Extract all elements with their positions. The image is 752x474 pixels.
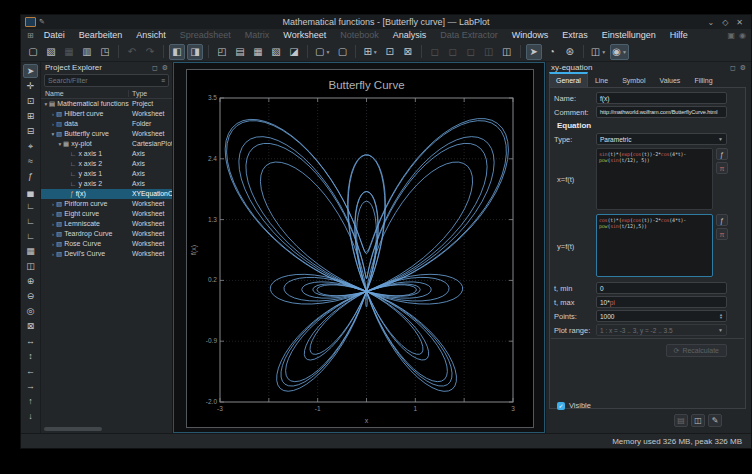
load-template-button[interactable]: ▤ xyxy=(674,414,688,427)
worksheet-grid-button[interactable]: ◫ xyxy=(499,44,515,60)
tree-row-rose-curve[interactable]: ›▧Rose CurveWorksheet xyxy=(41,239,172,249)
y-equation-textarea[interactable]: cos(t)*(exp(cos(t))-2*cos(4*t)-pow(sin(t… xyxy=(596,214,713,277)
menubar-extra-icon-2[interactable]: ◉ xyxy=(739,31,746,40)
zoom-fit-button[interactable]: ⊡ xyxy=(382,44,398,60)
zoom-select-mode-button[interactable]: ⊡ xyxy=(23,94,38,108)
functions-button[interactable]: ƒ xyxy=(716,214,728,226)
menu-spreadsheet[interactable]: Spreadsheet xyxy=(173,29,238,42)
auto-scale-button[interactable]: ⊠ xyxy=(23,319,38,333)
column-header-type[interactable]: Type xyxy=(129,90,172,97)
menu-datei[interactable]: Datei xyxy=(37,29,72,42)
tmax-field[interactable]: 10*pi xyxy=(596,296,727,308)
worksheet-page[interactable]: -3-113-2.0-0.90.21.32.43.5Butterfly Curv… xyxy=(186,69,534,428)
tab-values[interactable]: Values xyxy=(652,73,687,87)
tree-row-eight-curve[interactable]: ›▧Eight curveWorksheet xyxy=(41,209,172,219)
toggle-project-explorer-button[interactable]: ◧ xyxy=(169,44,185,60)
select-edit-mode-button[interactable]: ➤ xyxy=(23,64,38,78)
save-template-button[interactable]: ◫ xyxy=(691,414,705,427)
tree-row-teardrop-curve[interactable]: ›▧Teardrop CurveWorksheet xyxy=(41,229,172,239)
cursor-mode-button[interactable]: ⌖ xyxy=(23,139,38,153)
new-spreadsheet-button[interactable]: ▤ xyxy=(232,44,248,60)
constants-pi-button[interactable]: π xyxy=(716,162,728,174)
save-as-default-button[interactable]: ✎ xyxy=(708,414,722,427)
menu-hilfe[interactable]: Hilfe xyxy=(663,29,695,42)
new-notebook-button[interactable]: ◪ xyxy=(286,44,302,60)
zoom-mode-button[interactable]: ◔ xyxy=(544,44,560,60)
zoom-out-button[interactable]: ⊖ xyxy=(23,289,38,303)
add-y-axis-button[interactable]: ∟ xyxy=(23,214,38,228)
new-workbook-button[interactable]: ◰ xyxy=(214,44,230,60)
constants-pi-button[interactable]: π xyxy=(716,228,728,240)
tmin-field[interactable]: 0 xyxy=(596,282,727,294)
titlebar[interactable]: ✎ Mathematical functions - [Butterfly cu… xyxy=(21,15,751,29)
auto-scale-y-button[interactable]: ↕ xyxy=(23,349,38,363)
horizontal-scrollbar[interactable] xyxy=(44,427,102,431)
cartesian-plot-dropdown-button[interactable]: ◫▼ xyxy=(589,44,608,60)
menu-matrix[interactable]: Matrix xyxy=(238,29,277,42)
menu-notebook[interactable]: Notebook xyxy=(333,29,386,42)
zoom-in-button[interactable]: ⊕ xyxy=(23,274,38,288)
menu-ansicht[interactable]: Ansicht xyxy=(129,29,173,42)
menu-windows[interactable]: Windows xyxy=(505,29,556,42)
filter-icon[interactable]: ≡ xyxy=(161,77,165,84)
menu-analysis[interactable]: Analysis xyxy=(386,29,434,42)
open-project-button[interactable]: ▧ xyxy=(43,44,59,60)
tree-row-xy-plot[interactable]: ▾▦xy-plotCartesianPlot xyxy=(41,139,172,149)
print-button[interactable]: ▥ xyxy=(79,44,95,60)
add-text-label-button[interactable]: ◫ xyxy=(23,259,38,273)
menu-einstellungen[interactable]: Einstellungen xyxy=(595,29,663,42)
toggle-properties-explorer-button[interactable]: ◨ xyxy=(187,44,203,60)
menu-extras[interactable]: Extras xyxy=(555,29,595,42)
shift-right-button[interactable]: → xyxy=(23,379,38,393)
menu-worksheet[interactable]: Worksheet xyxy=(276,29,333,42)
new-project-button[interactable]: ▢ xyxy=(25,44,41,60)
add-curve-button[interactable]: ≈ xyxy=(23,154,38,168)
shift-up-button[interactable]: ↑ xyxy=(23,394,38,408)
import-file-dropdown-button[interactable]: ▢▼ xyxy=(313,44,332,60)
column-header-name[interactable]: Name xyxy=(41,90,129,97)
equation-type-select[interactable]: Parametric▼ xyxy=(596,133,727,145)
add-xy-curve-dropdown-button[interactable]: ◉▼ xyxy=(610,44,629,60)
dock-menu-icon[interactable]: ⚙ xyxy=(162,64,168,72)
add-equation-curve-button[interactable]: ƒ xyxy=(23,169,38,183)
maximize-button[interactable]: ◇ xyxy=(722,18,728,27)
tab-symbol[interactable]: Symbol xyxy=(615,73,652,87)
name-field[interactable]: f(x) xyxy=(596,92,727,104)
auto-scale-x-button[interactable]: ↔ xyxy=(23,334,38,348)
add-histogram-button[interactable]: ▄ xyxy=(23,184,38,198)
tab-filling[interactable]: Filling xyxy=(687,73,719,87)
pointer-mode-button[interactable]: ➤ xyxy=(526,44,542,60)
tab-general[interactable]: General xyxy=(549,72,588,87)
tree-row-data[interactable]: ›▨dataFolder xyxy=(41,119,172,129)
zoom-select-button[interactable]: ⊠ xyxy=(400,44,416,60)
add-axis-button[interactable]: ∟ xyxy=(23,229,38,243)
worksheet-view[interactable]: -3-113-2.0-0.90.21.32.43.5Butterfly Curv… xyxy=(173,62,545,433)
tab-line[interactable]: Line xyxy=(588,73,615,87)
x-equation-textarea[interactable]: sin(t)*(exp(cos(t))-2*cos(4*t)-pow(sin(t… xyxy=(596,148,713,210)
tree-row-piriform-curve[interactable]: ›▧Piriform curveWorksheet xyxy=(41,199,172,209)
magnification-button[interactable]: ⊛ xyxy=(562,44,578,60)
tree-row-x-axis-1[interactable]: ∟x axis 1Axis xyxy=(41,149,172,159)
tree-row-f-x[interactable]: ƒf(x)XYEquationCurve xyxy=(41,189,172,199)
new-matrix-button[interactable]: ▦ xyxy=(250,44,266,60)
visible-checkbox[interactable]: ✓ xyxy=(557,402,565,410)
shift-down-button[interactable]: ↓ xyxy=(23,409,38,423)
navigate-mode-button[interactable]: ✛ xyxy=(23,79,38,93)
tree-row-mathematical-functions[interactable]: ▾▤Mathematical functionsProject xyxy=(41,99,172,109)
menu-data-extractor[interactable]: Data Extractor xyxy=(433,29,505,42)
minimize-button[interactable]: ⌄ xyxy=(707,18,714,27)
tree-row-y-axis-2[interactable]: ∟y axis 2Axis xyxy=(41,179,172,189)
application-menu-icon[interactable]: ⊞ xyxy=(24,31,37,40)
tree-row-lemniscate[interactable]: ›▧LemniscateWorksheet xyxy=(41,219,172,229)
functions-button[interactable]: ƒ xyxy=(716,148,728,160)
menu-bearbeiten[interactable]: Bearbeiten xyxy=(72,29,130,42)
tree-row-butterfly-curve[interactable]: ▾▧Butterfly curveWorksheet xyxy=(41,129,172,139)
zoom-y-select-mode-button[interactable]: ⊟ xyxy=(23,124,38,138)
add-x-axis-button[interactable]: ∟ xyxy=(23,199,38,213)
comment-field[interactable]: http://mathworld.wolfram.com/ButterflyCu… xyxy=(596,106,727,118)
zoom-origin-button[interactable]: ◎ xyxy=(23,304,38,318)
import-sql-button[interactable]: ▢ xyxy=(334,44,350,60)
spinbox-arrows-icon[interactable]: ▲▼ xyxy=(719,313,723,319)
new-worksheet-button[interactable]: ▧ xyxy=(268,44,284,60)
tree-row-hilbert-curve[interactable]: ›▧Hilbert curveWorksheet xyxy=(41,109,172,119)
